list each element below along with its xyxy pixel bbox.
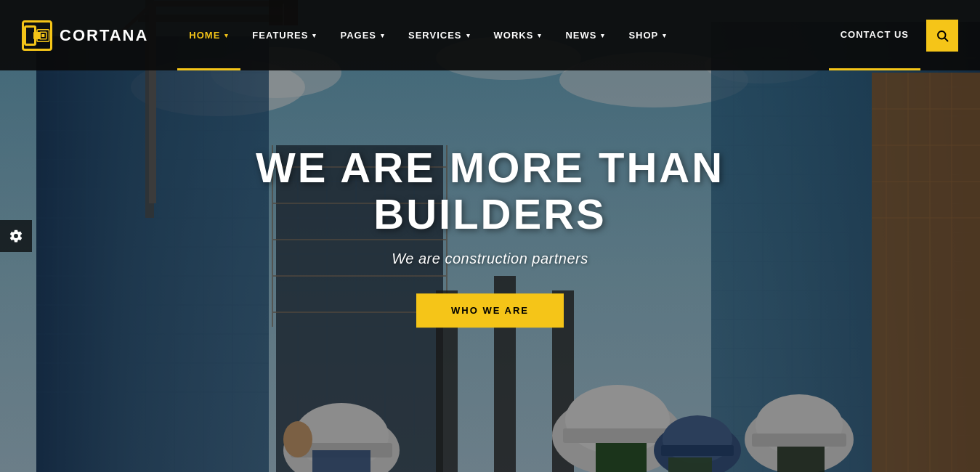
- chevron-down-icon: ▾: [663, 32, 667, 39]
- nav-item-pages[interactable]: PAGES ▾: [328, 0, 397, 70]
- nav-item-works[interactable]: WORKS ▾: [482, 0, 554, 70]
- chevron-down-icon: ▾: [381, 32, 385, 39]
- nav-link-features[interactable]: FEATURES ▾: [240, 0, 328, 70]
- nav-link-works[interactable]: WORKS ▾: [482, 0, 554, 70]
- nav-item-shop[interactable]: SHOP ▾: [617, 0, 679, 70]
- nav-link-services[interactable]: SERVICES ▾: [397, 0, 482, 70]
- search-button[interactable]: [926, 20, 958, 52]
- chevron-down-icon: ▾: [312, 32, 317, 39]
- logo[interactable]: CORTANA: [22, 20, 148, 51]
- hero-section: WE ARE MORE THAN BUILDERS We are constru…: [0, 0, 980, 472]
- who-we-are-button[interactable]: WHO WE ARE: [416, 293, 564, 327]
- logo-icon: [22, 20, 52, 51]
- svg-rect-2: [42, 33, 45, 36]
- contact-link[interactable]: CONTACT US: [829, 0, 920, 70]
- nav-item-home[interactable]: HOME ▾: [177, 0, 240, 70]
- chevron-down-icon: ▾: [466, 32, 471, 39]
- brand-name: CORTANA: [60, 26, 148, 45]
- chevron-down-icon: ▾: [538, 32, 542, 39]
- hero-title: WE ARE MORE THAN BUILDERS: [200, 145, 781, 237]
- nav-item-news[interactable]: NEWS ▾: [554, 0, 617, 70]
- nav-link-shop[interactable]: SHOP ▾: [617, 0, 679, 70]
- nav-menu: HOME ▾ FEATURES ▾ PAGES ▾ SERVICES ▾ WOR: [177, 0, 958, 70]
- settings-button[interactable]: [0, 220, 32, 252]
- svg-line-4: [944, 38, 947, 41]
- chevron-down-icon: ▾: [601, 32, 605, 39]
- nav-item-features[interactable]: FEATURES ▾: [240, 0, 328, 70]
- chevron-down-icon: ▾: [224, 32, 229, 39]
- nav-link-news[interactable]: NEWS ▾: [554, 0, 617, 70]
- navbar: CORTANA HOME ▾ FEATURES ▾ PAGES ▾ SERVIC…: [0, 0, 980, 70]
- nav-link-home[interactable]: HOME ▾: [177, 0, 240, 70]
- hero-content: WE ARE MORE THAN BUILDERS We are constru…: [200, 145, 781, 327]
- nav-item-services[interactable]: SERVICES ▾: [397, 0, 482, 70]
- nav-link-pages[interactable]: PAGES ▾: [328, 0, 397, 70]
- hero-subtitle: We are construction partners: [200, 251, 781, 267]
